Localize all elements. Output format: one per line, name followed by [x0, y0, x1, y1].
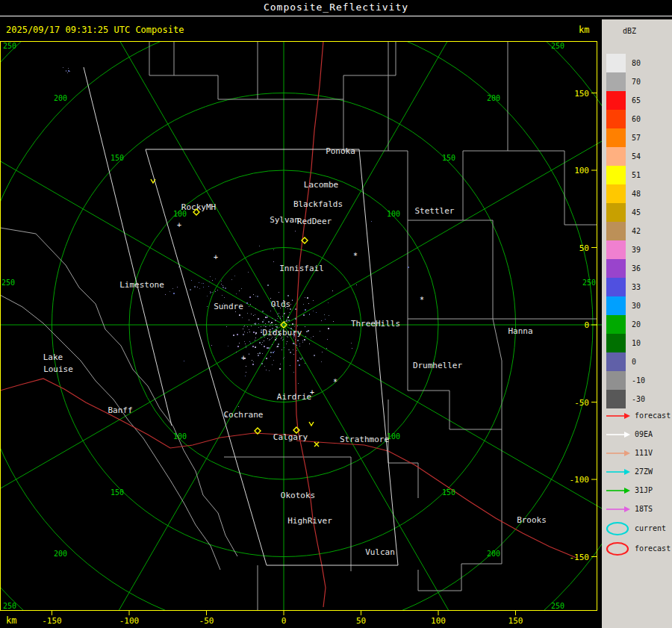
colorbar-row: 65: [606, 91, 645, 110]
city-label: Brooks: [517, 515, 547, 525]
colorbar-title: dBZ: [623, 27, 636, 35]
echo-pixel: [272, 344, 273, 345]
echo-pixel: [252, 346, 254, 347]
colorbar-value: 51: [632, 171, 641, 179]
echo-pixel: [66, 70, 66, 71]
echo-pixel: [253, 315, 254, 316]
radar-app-window: Composite_Reflectivity 2025/09/17 09:31:…: [0, 0, 672, 628]
echo-pixel: [356, 285, 357, 285]
colorbar-value: 54: [632, 152, 641, 161]
echo-pixel: [311, 338, 311, 338]
echo-pixel: [296, 345, 297, 346]
colorbar-swatch: [606, 278, 626, 296]
colorbar-value: 48: [632, 190, 641, 198]
colorbar-value: 65: [632, 96, 641, 105]
echo-pixel: [243, 326, 244, 327]
colorbar-row: 45: [606, 203, 645, 222]
echo-pixel: [351, 343, 352, 343]
echo-pixel: [199, 288, 200, 289]
bottom-axis-label: 50: [356, 616, 366, 626]
echo-pixel: [305, 336, 306, 337]
echo-pixel: [258, 355, 259, 356]
echo-pixel: [309, 343, 310, 344]
echo-pixel: [244, 341, 245, 342]
colorbar-swatch: [606, 147, 626, 166]
colorbar-row: 60: [606, 110, 645, 128]
echo-pixel: [224, 297, 225, 298]
echo-pixel: [295, 318, 296, 320]
echo-pixel: [280, 317, 281, 317]
echo-pixel: [328, 302, 329, 303]
echo-pixel: [296, 317, 296, 318]
echo-pixel: [253, 361, 254, 362]
radar-map-canvas[interactable]: 2502001502502001501502002501502002501001…: [0, 41, 602, 611]
echo-pixel: [293, 338, 294, 338]
bottom-axis-label: 150: [508, 616, 523, 626]
station-mark: *: [353, 252, 358, 260]
colorbar-swatch: [606, 128, 626, 147]
colorbar-value: 33: [632, 283, 641, 291]
echo-pixel: [223, 285, 223, 286]
city-label: Ponoka: [326, 146, 355, 156]
echo-pixel: [249, 296, 251, 298]
echo-pixel: [235, 311, 236, 312]
city-label: Stettler: [415, 206, 455, 216]
echo-pixel: [305, 326, 305, 327]
echo-pixel: [299, 343, 300, 344]
legend-row: 111V: [605, 444, 671, 462]
echo-pixel: [221, 284, 222, 285]
echo-pixel: [308, 330, 309, 332]
page-title: Composite_Reflectivity: [264, 1, 408, 13]
echo-pixel: [177, 287, 178, 287]
forecast-cell-ellipse-icon: [605, 540, 632, 558]
echo-pixel: [297, 326, 298, 326]
station-mark: +: [177, 221, 181, 229]
echo-pixel: [294, 326, 295, 327]
range-label: 200: [54, 550, 67, 558]
31jp-track-arrow-icon: [605, 485, 632, 496]
echo-pixel: [255, 314, 255, 315]
echo-pixel: [267, 347, 268, 349]
echo-pixel: [276, 324, 276, 325]
cross-marker-icon: [314, 442, 319, 447]
arrow-head: [624, 432, 630, 438]
echo-pixel: [184, 361, 184, 361]
chevron-marker-icon: [309, 422, 314, 426]
bottom-axis-label: 100: [431, 616, 446, 626]
echo-pixel: [259, 246, 260, 246]
echo-pixel: [293, 349, 293, 350]
echo-pixel: [322, 352, 323, 352]
boundary-line: [66, 265, 237, 556]
range-label: 250: [551, 42, 564, 50]
colorbar-row: 20: [606, 315, 645, 334]
colorbar-swatch: [606, 91, 626, 110]
echo-pixel: [277, 314, 278, 314]
echo-pixel: [259, 342, 261, 343]
echo-pixel: [299, 358, 300, 358]
echo-pixel: [190, 289, 191, 290]
echo-pixel: [239, 314, 240, 316]
echo-pixel: [255, 338, 256, 338]
range-label: 250: [551, 602, 564, 610]
echo-pixel: [172, 288, 173, 289]
echo-pixel: [270, 311, 271, 311]
echo-pixel: [307, 297, 308, 299]
echo-pixel: [320, 331, 320, 332]
colorbar-value: -30: [632, 395, 645, 403]
echo-pixel: [282, 316, 283, 317]
echo-pixel: [68, 68, 69, 69]
boundary-line: [408, 220, 493, 319]
legend-row: 09EA: [605, 425, 671, 444]
echo-pixel: [248, 272, 249, 273]
colorbar-swatch: [606, 352, 626, 371]
echo-pixel: [296, 350, 297, 351]
echo-pixel: [234, 276, 235, 276]
colorbar-value: 20: [632, 320, 641, 329]
echo-pixel: [302, 358, 302, 358]
27zw-track-arrow-icon: [605, 467, 632, 477]
echo-pixel: [249, 341, 250, 342]
city-label: RedDeer: [297, 217, 332, 226]
colorbar-swatch: [606, 72, 626, 91]
echo-pixel: [246, 346, 246, 346]
echo-pixel: [255, 308, 256, 309]
